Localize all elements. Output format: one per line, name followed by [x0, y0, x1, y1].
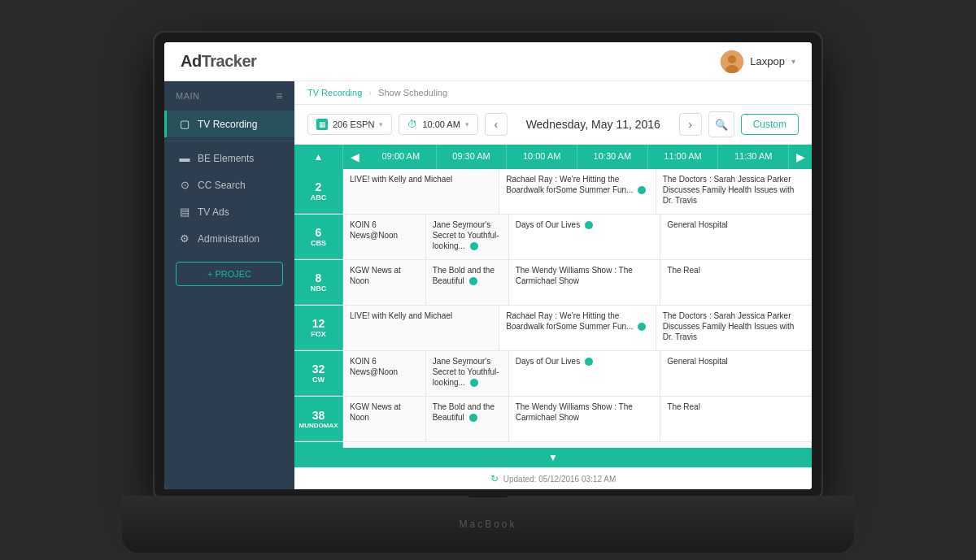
program-title: KOIN 6 News@Noon: [350, 219, 419, 241]
program-cell[interactable]: The Doctors : Sarah Jessica Parker Discu…: [656, 169, 812, 214]
program-title: Days of Our Lives: [516, 356, 654, 367]
table-row: 2 ABC LIVE! with Kelly and Michael: [294, 169, 812, 215]
program-cell[interactable]: The Wendy Williams Show : The Carmichael…: [509, 397, 661, 441]
custom-button[interactable]: Custom: [741, 114, 799, 135]
down-arrow-icon[interactable]: ▼: [548, 452, 558, 463]
tv-icon: ▢: [178, 118, 191, 130]
gear-icon: ⚙: [178, 232, 191, 245]
channel-cell-mundomax: 38 MUNDOMAX: [294, 397, 343, 441]
scroll-down-row: ▼: [294, 448, 812, 467]
next-date-button[interactable]: ›: [679, 113, 702, 136]
logo-suffix: Tracker: [202, 52, 257, 70]
sidebar-section-label: Main ≡: [164, 81, 294, 111]
program-cell[interactable]: The Wendy Williams Show : The Carmichael…: [509, 260, 661, 305]
program-cell[interactable]: General Hospital: [660, 215, 812, 259]
program-cell[interactable]: The Real: [660, 397, 812, 441]
program-cell[interactable]: Days of Our Lives: [509, 215, 661, 259]
clock-icon: ⏱: [407, 119, 417, 130]
breadcrumb-parent[interactable]: TV Recording: [307, 88, 362, 98]
scroll-right-button[interactable]: ▶: [789, 145, 812, 169]
sidebar-item-label: CC Search: [198, 180, 246, 191]
program-title: Days of Our Lives: [516, 219, 654, 230]
program-title: Jane Seymour's Secret to Youthful-lookin…: [433, 356, 502, 388]
search-button[interactable]: 🔍: [708, 111, 734, 137]
sidebar-item-administration[interactable]: ⚙ Administration: [164, 225, 294, 252]
channel-header-cell: ▲: [294, 145, 343, 169]
sidebar-item-label: TV Recording: [198, 119, 257, 130]
scroll-left-button[interactable]: ◀: [343, 145, 366, 169]
app-container: AdTracker Laxpop ▾: [164, 42, 812, 489]
app-body: Main ≡ ▢ TV Recording ▬ BE Elements: [164, 81, 812, 489]
program-cell[interactable]: Days of Our Lives: [509, 351, 661, 396]
program-title: The Doctors : Sarah Jessica Parker Discu…: [663, 310, 805, 342]
time-chevron-icon: ▾: [465, 120, 469, 128]
program-cell[interactable]: General Hospital: [660, 351, 812, 396]
table-row: 42 ESTR: [294, 442, 812, 448]
status-bar: ↻ Updated: 05/12/2016 03:12 AM: [294, 467, 812, 489]
menu-icon: ≡: [276, 89, 283, 102]
record-icon: [585, 358, 593, 366]
program-cell[interactable]: LIVE! with Kelly and Michael: [343, 306, 499, 350]
record-icon: [469, 414, 477, 422]
program-row-cw: KOIN 6 News@Noon Jane Seymour's Secret t…: [343, 351, 812, 396]
record-icon: [638, 186, 646, 194]
program-cell[interactable]: LIVE! with Kelly and Michael: [343, 169, 499, 214]
breadcrumb: TV Recording › Show Scheduling: [294, 81, 812, 105]
program-cell[interactable]: Rachael Ray : We're Hitting the Boardwal…: [499, 169, 656, 214]
channel-name: ABC: [311, 193, 327, 202]
program-cell[interactable]: The Doctors : Sarah Jessica Parker Discu…: [656, 306, 812, 350]
program-cell[interactable]: The Bold and the Beautiful: [426, 397, 509, 441]
program-cell[interactable]: KGW News at Noon: [343, 397, 426, 441]
sidebar-item-cc-search[interactable]: ⊙ CC Search: [164, 171, 294, 198]
user-menu[interactable]: Laxpop ▾: [721, 50, 795, 73]
program-cell[interactable]: Rachael Ray : We're Hitting the Boardwal…: [499, 306, 656, 350]
refresh-icon: ↻: [490, 473, 499, 484]
user-name: Laxpop: [750, 55, 785, 67]
schedule-grid: ▲ ◀ 09:00 AM 09:30 AM 10:00 AM 10:30 AM: [294, 145, 812, 489]
program-title: The Real: [667, 402, 805, 412]
program-row-mundomax: KGW News at Noon The Bold and the Beauti…: [343, 397, 812, 441]
program-cell[interactable]: KGW News at Noon: [343, 260, 426, 305]
program-row-cbs: KOIN 6 News@Noon Jane Seymour's Secret t…: [343, 215, 812, 259]
channel-name: NBC: [311, 284, 327, 293]
prev-date-button[interactable]: ‹: [485, 113, 508, 136]
channel-number: 32: [312, 362, 325, 376]
record-icon: [469, 277, 477, 285]
program-cell[interactable]: The Bold and the Beautiful: [426, 260, 509, 305]
channel-number: 12: [312, 317, 325, 330]
program-cell[interactable]: KOIN 6 News@Noon: [343, 215, 426, 259]
table-row: 32 CW KOIN 6 News@Noon Jane Seymour: [294, 351, 812, 397]
program-cell[interactable]: Jane Seymour's Secret to Youthful-lookin…: [426, 351, 509, 396]
up-arrow-icon[interactable]: ▲: [314, 151, 324, 163]
project-button[interactable]: + PROJEC: [176, 262, 283, 286]
program-cell[interactable]: The Real: [660, 260, 812, 305]
sidebar: Main ≡ ▢ TV Recording ▬ BE Elements: [164, 81, 294, 489]
channel-value: 206 ESPN: [333, 119, 374, 129]
sidebar-item-label: Administration: [198, 233, 259, 245]
channel-select[interactable]: ▦ 206 ESPN ▾: [307, 114, 392, 135]
sidebar-item-tv-ads[interactable]: ▤ TV Ads: [164, 198, 294, 225]
channel-chevron-icon: ▾: [379, 120, 383, 128]
program-cell[interactable]: KOIN 6 News@Noon: [343, 351, 426, 396]
svg-point-1: [728, 55, 736, 63]
breadcrumb-current: Show Scheduling: [378, 88, 447, 98]
program-cell[interactable]: Jane Seymour's Secret to Youthful-lookin…: [426, 215, 509, 259]
time-slot-2: 10:00 AM: [507, 145, 577, 169]
record-icon: [470, 242, 478, 250]
channel-cell-estr: 42 ESTR: [294, 442, 343, 448]
sidebar-item-be-elements[interactable]: ▬ BE Elements: [164, 145, 294, 171]
program-row-estr: [343, 442, 812, 448]
left-arrow-icon: ◀: [351, 150, 359, 163]
time-select[interactable]: ⏱ 10:00 AM ▾: [399, 114, 477, 135]
program-title: The Wendy Williams Show : The Carmichael…: [516, 265, 654, 286]
program-title: KGW News at Noon: [350, 402, 419, 423]
channel-cell-cw: 32 CW: [294, 351, 343, 396]
app-logo: AdTracker: [181, 52, 256, 71]
search-icon: 🔍: [715, 119, 728, 131]
toolbar: ▦ 206 ESPN ▾ ⏱ 10:00 AM ▾ ‹ Wednesday, M…: [294, 105, 812, 145]
app-header: AdTracker Laxpop ▾: [164, 42, 812, 81]
time-slots-header: 09:00 AM 09:30 AM 10:00 AM 10:30 AM 11:0…: [366, 145, 789, 169]
sidebar-item-tv-recording[interactable]: ▢ TV Recording: [164, 111, 294, 137]
sidebar-divider: [164, 141, 294, 141]
program-title: Rachael Ray : We're Hitting the Boardwal…: [506, 310, 648, 332]
